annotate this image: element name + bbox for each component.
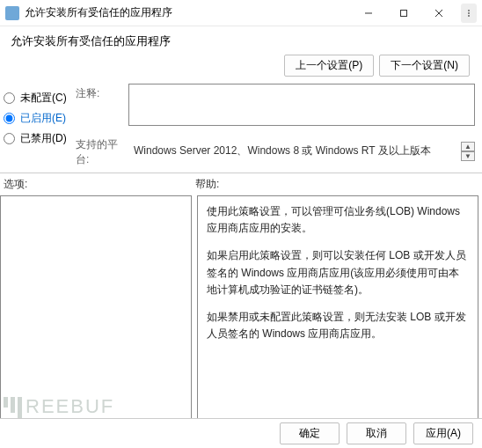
cancel-button[interactable]: 取消 xyxy=(347,422,406,444)
comment-label: 注释: xyxy=(76,84,128,126)
config-right-column: 注释: 支持的平台: Windows Server 2012、Windows 8… xyxy=(76,84,482,167)
previous-setting-button[interactable]: 上一个设置(P) xyxy=(284,55,374,77)
help-panel: 使用此策略设置，可以管理可信业务线(LOB) Windows 应用商店应用的安装… xyxy=(197,195,478,442)
radio-not-configured[interactable]: 未配置(C) xyxy=(4,91,76,106)
section-headers: 选项: 帮助: xyxy=(0,173,482,195)
radio-disabled-label: 已禁用(D) xyxy=(20,131,67,146)
close-button[interactable] xyxy=(426,3,452,24)
more-icon[interactable] xyxy=(461,4,477,23)
platforms-text: Windows Server 2012、Windows 8 或 Windows … xyxy=(128,140,461,162)
cancel-label: 取消 xyxy=(366,427,387,439)
window-title: 允许安装所有受信任的应用程序 xyxy=(25,5,355,20)
maximize-button[interactable] xyxy=(391,3,417,24)
next-setting-label: 下一个设置(N) xyxy=(391,59,458,71)
options-panel xyxy=(0,195,192,442)
svg-point-5 xyxy=(468,12,470,14)
apply-button[interactable]: 应用(A) xyxy=(413,422,473,444)
radio-enabled-input[interactable] xyxy=(4,113,15,124)
comment-textarea[interactable] xyxy=(128,84,475,126)
next-setting-button[interactable]: 下一个设置(N) xyxy=(379,55,470,77)
app-icon xyxy=(5,6,19,20)
platforms-label: 支持的平台: xyxy=(76,135,128,167)
help-paragraph: 使用此策略设置，可以管理可信业务线(LOB) Windows 应用商店应用的安装… xyxy=(207,203,469,237)
state-radio-group: 未配置(C) 已启用(E) 已禁用(D) xyxy=(4,84,76,167)
svg-rect-1 xyxy=(401,10,407,16)
ok-button[interactable]: 确定 xyxy=(280,422,340,444)
platforms-spinner: ▲ ▼ xyxy=(461,142,475,161)
nav-buttons: 上一个设置(P) 下一个设置(N) xyxy=(0,55,482,84)
config-area: 未配置(C) 已启用(E) 已禁用(D) 注释: 支持的平台: Windows … xyxy=(0,84,482,167)
svg-point-4 xyxy=(468,10,470,11)
minimize-button[interactable] xyxy=(355,3,382,24)
supported-platforms-block: 支持的平台: Windows Server 2012、Windows 8 或 W… xyxy=(76,135,475,167)
radio-disabled-input[interactable] xyxy=(4,133,15,144)
dialog-footer: 确定 取消 应用(A) xyxy=(0,418,482,448)
radio-disabled[interactable]: 已禁用(D) xyxy=(4,131,76,146)
title-bar: 允许安装所有受信任的应用程序 xyxy=(0,0,482,26)
help-paragraph: 如果禁用或未配置此策略设置，则无法安装 LOB 或开发人员签名的 Windows… xyxy=(207,309,469,342)
radio-not-configured-input[interactable] xyxy=(4,92,15,104)
comment-block: 注释: xyxy=(76,84,475,126)
options-header: 选项: xyxy=(4,177,195,192)
svg-point-6 xyxy=(468,15,470,17)
ok-label: 确定 xyxy=(299,427,320,439)
radio-enabled-label: 已启用(E) xyxy=(20,111,66,126)
previous-setting-label: 上一个设置(P) xyxy=(296,59,362,71)
help-paragraph: 如果启用此策略设置，则可以安装任何 LOB 或开发人员签名的 Windows 应… xyxy=(207,247,469,298)
help-header: 帮助: xyxy=(195,177,482,192)
panels-row: 使用此策略设置，可以管理可信业务线(LOB) Windows 应用商店应用的安装… xyxy=(0,195,482,442)
window-controls xyxy=(355,3,477,24)
chevron-down-icon[interactable]: ▼ xyxy=(461,151,475,161)
apply-label: 应用(A) xyxy=(426,427,461,439)
radio-not-configured-label: 未配置(C) xyxy=(20,91,67,106)
page-title: 允许安装所有受信任的应用程序 xyxy=(0,26,482,55)
chevron-up-icon[interactable]: ▲ xyxy=(461,142,475,151)
radio-enabled[interactable]: 已启用(E) xyxy=(4,111,76,126)
